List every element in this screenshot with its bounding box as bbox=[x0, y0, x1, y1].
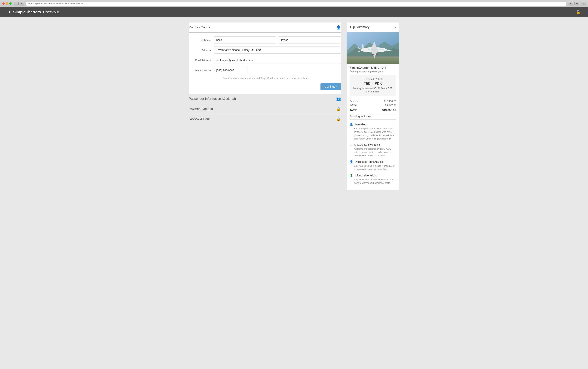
full-name-label: Full Name: bbox=[189, 39, 211, 41]
url-text: local.simplecharters.com/search/checkout… bbox=[28, 2, 83, 5]
flight-arrow-icon: › bbox=[372, 81, 373, 86]
svg-rect-8 bbox=[374, 49, 376, 50]
advisor-icon: 👤 bbox=[350, 160, 353, 163]
pilots-desc: Every SimpleCharters flight is operated … bbox=[350, 127, 396, 140]
svg-rect-6 bbox=[368, 49, 370, 50]
passenger-icon: 👥 bbox=[336, 97, 341, 101]
argus-icon: 🛡 bbox=[350, 143, 353, 146]
app-logo: ✈ SimpleCharters. Checkout bbox=[8, 9, 59, 15]
browser-chrome: ‹ › local.simplecharters.com/search/chec… bbox=[0, 0, 588, 7]
subtotal-label: Subtotal: bbox=[350, 100, 359, 103]
payment-method-title: Payment Method bbox=[189, 107, 213, 111]
trip-summary-title: Trip Summary bbox=[350, 25, 369, 29]
taxes-label: Taxes: bbox=[350, 103, 357, 106]
taxes-value: $1,400.37 bbox=[385, 103, 396, 106]
primary-contact-section: Primary Contact 👤 Full Name: Address: bbox=[189, 22, 341, 94]
svg-rect-7 bbox=[371, 49, 373, 50]
booking-item-pricing-header: 💲 All Inclusive Pricing bbox=[350, 174, 396, 177]
main-content: Primary Contact 👤 Full Name: Address: bbox=[181, 17, 407, 196]
contact-icon: 👤 bbox=[336, 25, 341, 30]
booking-item-argus-header: 🛡 ARGUS Safety Rating bbox=[350, 143, 396, 146]
share-button[interactable]: ⬆ bbox=[568, 2, 573, 5]
subtotal-row: Subtotal: $18,458.20 bbox=[350, 100, 396, 103]
taxes-row: Taxes: $1,400.37 bbox=[350, 103, 396, 106]
booking-item-advisor-header: 👤 Dedicated Flight Advisor bbox=[350, 160, 396, 163]
email-field[interactable] bbox=[214, 57, 341, 64]
origin-code: TEB bbox=[364, 81, 371, 86]
browser-nav: ‹ › bbox=[14, 2, 24, 5]
traffic-lights bbox=[2, 2, 12, 5]
address-field[interactable] bbox=[214, 47, 341, 54]
trip-summary: Trip Summary ▾ bbox=[346, 22, 399, 190]
review-book-title: Review & Book bbox=[189, 117, 210, 121]
divider-4 bbox=[189, 124, 341, 124]
minimize-button[interactable] bbox=[6, 2, 8, 5]
booking-includes-title: Booking Includes bbox=[350, 115, 396, 120]
logo-icon: ✈ bbox=[8, 9, 11, 15]
continue-button[interactable]: Continue › bbox=[320, 83, 341, 90]
inclusive-pricing-title: All Inclusive Pricing bbox=[355, 174, 378, 177]
trip-summary-header[interactable]: Trip Summary ▾ bbox=[346, 22, 399, 32]
passenger-info-section[interactable]: Passenger Information (Optional) 👥 bbox=[189, 94, 341, 104]
svg-rect-11 bbox=[382, 49, 384, 50]
booking-item-pilots: 👤 Two Pilots Every SimpleCharters flight… bbox=[350, 123, 396, 140]
jet-capacity: Seating for up to 8 passengers bbox=[346, 70, 399, 75]
svg-point-13 bbox=[372, 54, 375, 56]
email-row: Email Address: bbox=[189, 57, 341, 64]
first-name-field[interactable] bbox=[214, 36, 276, 43]
trip-summary-toggle-icon[interactable]: ▾ bbox=[394, 25, 396, 29]
inclusive-pricing-desc: Pay exactly the amount shown and not hav… bbox=[350, 178, 396, 185]
primary-contact-header[interactable]: Primary Contact 👤 bbox=[189, 22, 341, 33]
total-label: Total: bbox=[350, 108, 357, 111]
back-button[interactable]: ‹ bbox=[14, 2, 19, 5]
close-button[interactable] bbox=[2, 2, 5, 5]
primary-contact-title: Primary Contact bbox=[189, 26, 212, 29]
subtotal-value: $18,458.20 bbox=[384, 100, 396, 103]
booking-item-argus: 🛡 ARGUS Safety Rating All flights are op… bbox=[350, 143, 396, 157]
app-title: SimpleCharters. Checkout bbox=[13, 10, 59, 14]
svg-point-15 bbox=[376, 54, 378, 55]
phone-label: Primary Phone: bbox=[189, 69, 211, 72]
address-label: Address: bbox=[189, 49, 211, 51]
phone-field[interactable] bbox=[214, 67, 247, 74]
payment-method-section[interactable]: Payment Method 🔒 bbox=[189, 104, 341, 114]
reload-icon[interactable]: ↻ bbox=[562, 2, 565, 5]
maximize-button[interactable] bbox=[9, 2, 12, 5]
add-tab-button[interactable]: + bbox=[581, 2, 586, 5]
flight-codes: TEB › PDK bbox=[352, 81, 393, 86]
advisor-desc: Enjoy a dedicated in-house flight adviso… bbox=[350, 164, 396, 171]
email-label: Email Address: bbox=[189, 59, 211, 62]
passenger-info-title: Passenger Information (Optional) bbox=[189, 97, 236, 101]
pricing-section: Subtotal: $18,458.20 Taxes: $1,400.37 To… bbox=[346, 98, 399, 115]
booking-includes: Booking Includes 👤 Two Pilots Every Simp… bbox=[346, 115, 399, 190]
review-book-section[interactable]: Review & Book 🔒 bbox=[189, 114, 341, 124]
review-lock-icon: 🔒 bbox=[336, 117, 341, 121]
full-name-inputs bbox=[214, 36, 341, 43]
booking-item-pilots-header: 👤 Two Pilots bbox=[350, 123, 396, 126]
contact-form: Full Name: Address: Email Address: bbox=[189, 33, 341, 94]
svg-rect-4 bbox=[346, 56, 399, 57]
new-tab-button[interactable]: ⊞ bbox=[575, 2, 579, 5]
payment-lock-icon: 🔒 bbox=[336, 107, 341, 111]
right-column: Trip Summary ▾ bbox=[346, 22, 399, 190]
privacy-note: Your information is never shared and Sim… bbox=[189, 77, 341, 80]
last-name-field[interactable] bbox=[278, 36, 341, 43]
argus-title: ARGUS Safety Rating bbox=[354, 143, 380, 146]
booking-item-advisor: 👤 Dedicated Flight Advisor Enjoy a dedic… bbox=[350, 160, 396, 171]
svg-rect-9 bbox=[377, 49, 378, 50]
pilots-icon: 👤 bbox=[350, 123, 353, 126]
flight-route-text: Teterboro to Atlanta bbox=[352, 78, 393, 80]
full-name-row: Full Name: bbox=[189, 36, 341, 43]
continue-row: Continue › bbox=[189, 82, 341, 90]
svg-rect-10 bbox=[379, 49, 381, 50]
dest-code: PDK bbox=[375, 81, 382, 86]
header-lock-icon: 🔒 bbox=[576, 10, 580, 14]
total-row: Total: $19,858.57 bbox=[350, 107, 396, 111]
address-row: Address: bbox=[189, 47, 341, 54]
url-bar[interactable]: local.simplecharters.com/search/checkout… bbox=[26, 1, 566, 6]
forward-button[interactable]: › bbox=[19, 2, 24, 5]
app-header: ✈ SimpleCharters. Checkout 🔒 bbox=[0, 7, 588, 17]
advisor-title: Dedicated Flight Advisor bbox=[355, 160, 383, 163]
argus-desc: All flights are operated by an ARGUS rat… bbox=[350, 147, 396, 157]
phone-row: Primary Phone: bbox=[189, 67, 341, 74]
